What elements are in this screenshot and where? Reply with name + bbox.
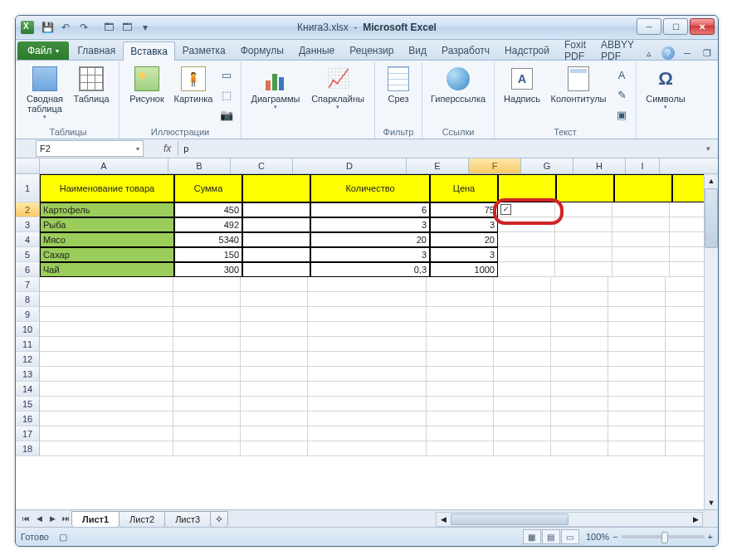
- cell-A7[interactable]: [40, 277, 173, 292]
- cell-D10[interactable]: [308, 322, 427, 337]
- row-header-15[interactable]: 15: [16, 397, 40, 411]
- cell-C18[interactable]: [241, 441, 308, 456]
- cell-A14[interactable]: [40, 382, 173, 397]
- cell-B4[interactable]: 5340: [174, 232, 242, 247]
- file-tab[interactable]: Файл: [17, 41, 69, 60]
- cell-C6[interactable]: [242, 262, 310, 277]
- row-header-6[interactable]: 6: [16, 262, 40, 277]
- cell-G2[interactable]: [555, 202, 612, 217]
- cell-C15[interactable]: [241, 397, 308, 411]
- cell-F13[interactable]: [494, 367, 551, 382]
- cell-B1[interactable]: Сумма: [174, 174, 242, 202]
- formula-expand-icon[interactable]: ▾: [706, 144, 718, 153]
- cell-B12[interactable]: [173, 352, 241, 367]
- zoom-knob[interactable]: [661, 532, 668, 543]
- cell-C16[interactable]: [241, 411, 308, 426]
- zoom-level[interactable]: 100%: [586, 532, 609, 542]
- cell-G6[interactable]: [555, 262, 612, 277]
- cell-D8[interactable]: [308, 292, 427, 307]
- cell-B18[interactable]: [173, 441, 241, 456]
- cell-C12[interactable]: [241, 352, 308, 367]
- row-header-10[interactable]: 10: [16, 322, 40, 337]
- cell-C5[interactable]: [242, 247, 310, 262]
- cell-G7[interactable]: [551, 277, 608, 292]
- cell-H4[interactable]: [612, 232, 670, 247]
- tab-home[interactable]: Главная: [71, 41, 124, 60]
- row-header-11[interactable]: 11: [16, 337, 40, 352]
- cell-B3[interactable]: 492: [174, 217, 242, 232]
- cell-H14[interactable]: [608, 382, 666, 397]
- tab-review[interactable]: Рецензир: [342, 41, 401, 60]
- cell-G4[interactable]: [555, 232, 612, 247]
- cell-A1[interactable]: Наименование товара: [40, 174, 174, 202]
- cell-A8[interactable]: [40, 292, 173, 307]
- row-header-4[interactable]: 4: [16, 232, 40, 247]
- sheet-nav-next-icon[interactable]: ▶: [46, 512, 59, 525]
- row-header-9[interactable]: 9: [16, 307, 40, 322]
- cell-H3[interactable]: [612, 217, 670, 232]
- cell-F7[interactable]: [494, 277, 551, 292]
- cell-C14[interactable]: [241, 382, 308, 397]
- cell-H5[interactable]: [612, 247, 670, 262]
- cell-C17[interactable]: [241, 426, 308, 441]
- col-header-D[interactable]: D: [293, 158, 407, 173]
- sheet-nav-last-icon[interactable]: ⏭: [59, 512, 72, 525]
- cell-B7[interactable]: [173, 277, 241, 292]
- cell-G3[interactable]: [555, 217, 612, 232]
- cell-F2[interactable]: [498, 202, 555, 217]
- cell-A10[interactable]: [40, 322, 173, 337]
- cell-H17[interactable]: [608, 426, 666, 441]
- signature-icon[interactable]: ✎: [612, 85, 631, 104]
- cell-A13[interactable]: [40, 367, 173, 382]
- tab-view[interactable]: Вид: [401, 41, 434, 60]
- cell-A17[interactable]: [40, 426, 173, 441]
- cell-I15[interactable]: [666, 397, 705, 411]
- cell-G15[interactable]: [551, 397, 608, 411]
- cell-H9[interactable]: [608, 307, 666, 322]
- maximize-button[interactable]: ☐: [663, 18, 688, 35]
- cell-B5[interactable]: 150: [174, 247, 242, 262]
- cell-B2[interactable]: 450: [174, 202, 242, 217]
- cell-H12[interactable]: [608, 352, 666, 367]
- cell-D16[interactable]: [308, 411, 427, 426]
- cell-G12[interactable]: [551, 352, 608, 367]
- row-header-12[interactable]: 12: [16, 352, 40, 367]
- sheet-tab-3[interactable]: Лист3: [164, 511, 211, 527]
- tab-formulas[interactable]: Формулы: [233, 41, 291, 60]
- tab-addins[interactable]: Надстрой: [497, 41, 557, 60]
- cell-B15[interactable]: [173, 397, 241, 411]
- cell-I11[interactable]: [666, 337, 705, 352]
- tab-developer[interactable]: Разработч: [434, 41, 497, 60]
- cell-H1[interactable]: [614, 174, 672, 202]
- hscroll-thumb[interactable]: [451, 514, 569, 525]
- sheet-tab-1[interactable]: Лист1: [71, 511, 120, 527]
- cell-D15[interactable]: [308, 397, 427, 411]
- cell-F3[interactable]: [498, 217, 555, 232]
- cell-G11[interactable]: [551, 337, 608, 352]
- cell-D14[interactable]: [308, 382, 427, 397]
- cell-I18[interactable]: [666, 441, 705, 456]
- cell-D5[interactable]: 3: [310, 247, 430, 262]
- cell-H8[interactable]: [608, 292, 666, 307]
- row-header-17[interactable]: 17: [16, 426, 40, 441]
- ribbon-minimize-icon[interactable]: ▵: [642, 48, 656, 59]
- object-icon[interactable]: ▣: [612, 105, 631, 124]
- cell-I17[interactable]: [666, 426, 705, 441]
- tab-layout[interactable]: Разметка: [175, 41, 233, 60]
- cell-I14[interactable]: [666, 382, 705, 397]
- cell-H7[interactable]: [608, 277, 666, 292]
- close-button[interactable]: ✕: [690, 18, 715, 35]
- hyperlink-button[interactable]: Гиперссылка: [427, 64, 489, 104]
- cell-H13[interactable]: [608, 367, 666, 382]
- wordart-icon[interactable]: A: [612, 66, 631, 84]
- cell-F17[interactable]: [494, 426, 551, 441]
- cell-E14[interactable]: [427, 382, 494, 397]
- undo-icon[interactable]: ↶: [57, 19, 74, 36]
- fx-button[interactable]: fx: [163, 143, 171, 154]
- cell-I9[interactable]: [666, 307, 705, 322]
- cell-A11[interactable]: [40, 337, 173, 352]
- cell-C9[interactable]: [241, 307, 308, 322]
- cell-G16[interactable]: [551, 411, 608, 426]
- cell-G9[interactable]: [551, 307, 608, 322]
- qat-extra-2-icon[interactable]: 🗔: [119, 19, 135, 36]
